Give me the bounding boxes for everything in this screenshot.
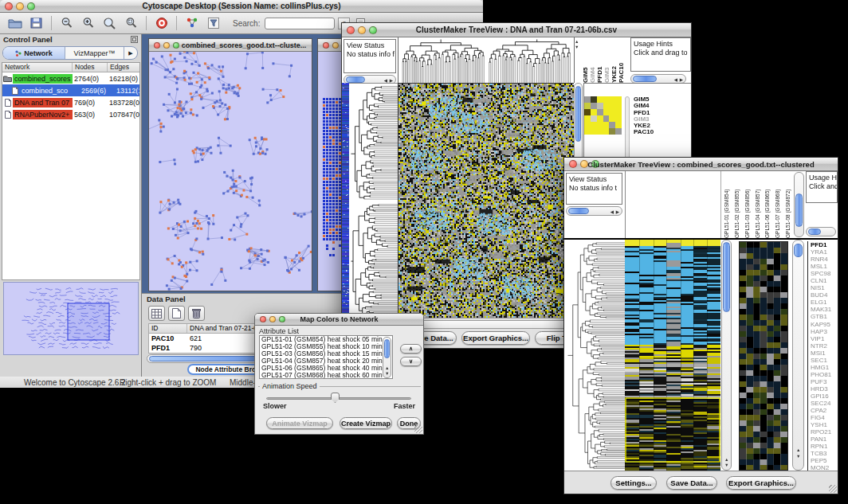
scroll-down-icon[interactable]: ▼ [385,371,389,376]
network-row[interactable]: RNAPuberNov2+563(0)107847(0) [2,108,139,120]
birdseye-panel[interactable] [3,282,139,355]
tv2-gene-label[interactable]: BUD4 [811,291,838,299]
scroll-right-icon[interactable]: ▶ [680,77,683,82]
tv2-gene-label[interactable]: SEC24 [811,400,838,407]
scroll-up-icon[interactable]: ▲ [796,447,800,452]
tab-network[interactable]: Network [3,47,65,59]
tv2-status-scrollbar[interactable]: ◀ ▶ [566,206,622,216]
scroll-down-icon[interactable]: ▼ [724,463,728,467]
move-up-button[interactable]: ∧ [400,344,422,354]
tv2-gene-label[interactable]: ELG1 [811,299,838,306]
tv2-gene-label[interactable]: RNR4 [811,256,838,263]
save-session-button[interactable] [26,14,46,32]
tv2-usage-scrollbar[interactable] [806,227,836,236]
tv2-gene-label[interactable]: MON2 [811,464,838,471]
treeview1-titlebar[interactable]: ClusterMaker TreeView : DNA and Tran 07-… [342,23,691,37]
tv2-gene-label[interactable]: PFD1 [811,241,838,248]
tv2-gene-label[interactable]: PHO81 [811,371,838,378]
tv1-overview-strip-canvas[interactable] [342,83,349,318]
scrollbar-thumb[interactable] [808,229,821,235]
create-vizmap-button[interactable]: Create Vizmap [340,417,392,429]
delete-attribute-icon[interactable] [188,306,205,321]
tab-vizmapper[interactable]: VizMapper™ [65,47,124,59]
dialog-titlebar[interactable]: Map Colors to Network [255,314,423,326]
tv1-column-dendrogram-canvas[interactable] [398,37,575,83]
filter-icon[interactable] [203,14,223,32]
tv2-gene-label[interactable]: RPN1 [811,443,838,450]
tv2-gene-label[interactable]: NIS1 [811,284,838,291]
scrollbar-thumb[interactable] [575,86,581,142]
tv2-gene-label[interactable]: RPO21 [811,428,838,436]
network-row[interactable]: combined_scores2764(0)16218(0) [2,72,139,84]
treeview2-titlebar[interactable]: ClusterMaker TreeView : combined_scores_… [564,158,838,171]
tv2-gene-label[interactable]: HAP3 [811,328,838,335]
tv2-gene-label[interactable]: PEP5 [811,457,838,464]
tv2-gene-label[interactable]: GPI16 [811,393,838,400]
tv2-gene-label[interactable]: GTB1 [811,313,838,320]
zoom-in-icon[interactable] [78,14,98,32]
attribute-select-icon[interactable] [148,306,165,321]
tv2-gene-label[interactable]: PAN1 [811,436,838,443]
tv1-heatmap-canvas[interactable] [398,83,574,318]
scrollbar-thumb[interactable] [633,76,657,82]
help-icon[interactable] [151,14,171,32]
tv2-gene-scrollbar[interactable]: ▲ ▼ [792,240,804,471]
tv2-gene-label[interactable]: MSI1 [811,350,838,357]
main-titlebar[interactable]: Cytoscape Desktop (Session Name: collins… [0,0,483,13]
resize-grip[interactable] [829,485,837,493]
attribute-list-scrollbar[interactable]: ▲ ▼ [383,337,391,378]
tab-overflow[interactable]: ▶ [124,47,137,59]
tv2-vscrollbar[interactable]: ▲ ▼ [721,240,732,471]
network-row[interactable]: DNA and Tran 07769(0)183728(0) [2,96,139,108]
close-icon[interactable] [323,42,329,49]
tv2-gene-label[interactable]: SEC1 [811,357,838,364]
tv1-row-label[interactable]: PAC10 [634,129,654,135]
tv2-gene-label[interactable]: HRD3 [811,385,838,393]
col-nodes[interactable]: Nodes [73,63,108,72]
tv1-export-graphics-button[interactable]: Export Graphics... [461,331,530,345]
scrollbar-thumb[interactable] [795,193,803,227]
tv2-heatmap-canvas[interactable] [625,240,720,471]
scrollbar-thumb[interactable] [384,339,390,358]
tv2-gene-label[interactable]: TCB3 [811,450,838,457]
tv2-gene-label[interactable]: FIG4 [811,414,838,421]
scrollbar-thumb[interactable] [346,76,365,83]
scrollbar-thumb[interactable] [794,244,803,257]
zoom-out-icon[interactable] [57,14,77,32]
network-overview-icon[interactable] [182,14,202,32]
tv2-gene-label[interactable]: KAP95 [811,321,838,328]
tv2-save-data-button[interactable]: Save Data... [666,476,717,490]
network-view-canvas[interactable] [149,52,312,291]
network-frame-1-titlebar[interactable]: combined_scores_good.txt--cluste... [149,39,312,52]
zoom-selected-icon[interactable] [121,14,141,32]
scroll-right-icon[interactable]: ▶ [616,209,619,214]
col-network[interactable]: Network [2,63,73,72]
tv2-settings-button[interactable]: Settings... [610,476,657,490]
col-edges[interactable]: Edges [108,63,139,72]
network-row[interactable]: combined_sco2569(6)13112(15) [2,84,139,96]
scrollbar-thumb[interactable] [568,208,589,214]
tv2-gene-label[interactable]: SPC98 [811,270,838,277]
scrollbar-thumb[interactable] [723,242,730,312]
attribute-item[interactable]: GPL51-07 (GSM868) heat shock 60 min [260,372,392,379]
data-col-id[interactable]: ID [149,324,187,333]
tv2-gene-label[interactable]: MAK31 [811,306,838,313]
open-session-button[interactable] [5,14,25,32]
scroll-up-icon[interactable]: ▲ [575,39,579,44]
tv2-gene-label[interactable]: PUF3 [811,378,838,385]
float-panel-icon[interactable] [131,36,138,43]
minimize-icon[interactable] [332,42,339,49]
birdseye-canvas[interactable] [4,283,138,354]
tv2-gene-dendrogram-canvas[interactable] [564,240,625,471]
tv2-column-dendrogram[interactable] [625,171,720,238]
zoom-fit-icon[interactable] [100,14,120,32]
resize-grip[interactable] [414,425,422,433]
tv2-gene-label[interactable]: CLN1 [811,277,838,284]
tv2-gene-label[interactable]: HMG1 [811,364,838,371]
tv2-gene-label[interactable]: CPA2 [811,407,838,414]
tv2-gene-label[interactable]: YRA1 [811,248,838,256]
tv2-export-graphics-button[interactable]: Export Graphics... [726,476,796,490]
network-table-header[interactable]: Network Nodes Edges [2,63,139,72]
scroll-up-icon[interactable]: ▲ [385,365,389,370]
tv2-labels-scrollbar[interactable] [794,172,804,237]
